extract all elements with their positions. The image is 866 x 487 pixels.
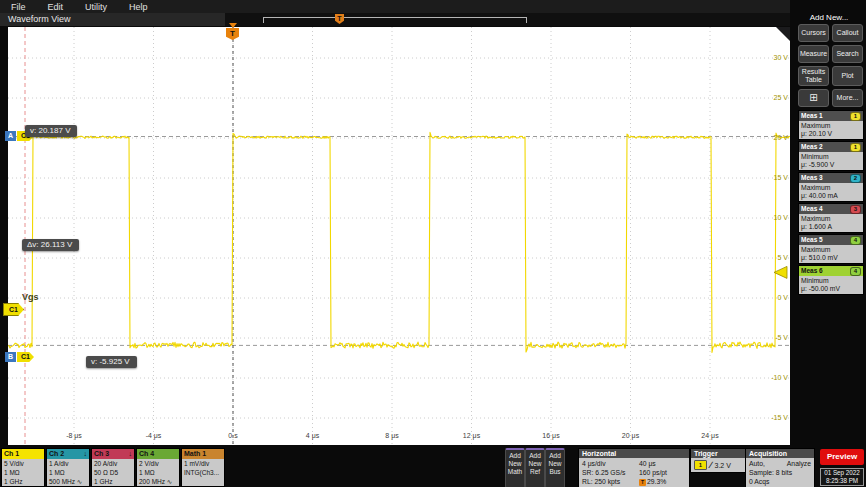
horizontal-value-left: SR: 6.25 GS/s: [582, 468, 639, 477]
meas-badge-body: Maximumμ: 40.00 mA: [799, 183, 863, 201]
meas-badge-3[interactable]: Meas 32Maximumμ: 40.00 mA: [798, 172, 864, 202]
record-view-window[interactable]: [263, 17, 527, 23]
meas-badge-name: Meas 2: [801, 142, 823, 152]
datetime-display[interactable]: 01 Sep 2022 8:25:38 PM: [820, 468, 864, 486]
tab-waveform-view[interactable]: Waveform View: [8, 14, 71, 24]
channel-setting: 1 MΩ: [4, 468, 42, 477]
meas-badge-header: Meas 32: [799, 173, 863, 183]
voltage-tick-label: 0 V: [777, 294, 788, 301]
meas-badge-name: Meas 6: [801, 266, 823, 276]
meas-badge-body: Maximumμ: 20.10 V: [799, 121, 863, 139]
horizontal-value-text: 160 ps/pt: [639, 469, 667, 476]
channel-badge-ch3[interactable]: Ch 3↓20 A/div50 Ω D51 GHz: [91, 448, 135, 487]
trigger-badge[interactable]: Trigger 1 ∕ 3.2 V: [690, 448, 750, 473]
channel-badge-ch1[interactable]: Ch 15 V/div1 MΩ1 GHz: [1, 448, 45, 487]
acquisition-badge[interactable]: Acquisition Auto, Analyze Sample: 8 bits…: [745, 448, 815, 487]
channel-name: Math 1: [184, 449, 206, 459]
menu-bar: FileEditUtilityHelp: [0, 0, 790, 13]
source-chip: 2: [850, 174, 861, 183]
channel-badge-ch4[interactable]: Ch 42 V/div1 MΩ200 MHz ∿: [136, 448, 180, 487]
acquisition-badge-title: Acquisition: [746, 449, 814, 458]
menu-item-file[interactable]: File: [0, 2, 37, 12]
channel-name: Ch 1: [4, 449, 19, 459]
trigger-position-icon: T: [639, 479, 646, 486]
source-chip: 1: [850, 143, 861, 152]
trigger-position-arrow-icon[interactable]: [229, 23, 237, 28]
horizontal-row: 4 μs/div40 μs: [582, 459, 686, 468]
time-text: 8:25:38 PM: [821, 477, 863, 485]
horizontal-value-right: T29.3%: [639, 477, 686, 486]
channel-setting: 500 MHz ∿: [49, 477, 87, 486]
menu-item-edit[interactable]: Edit: [37, 2, 75, 12]
meas-badge-2[interactable]: Meas 21Minimumμ: -5.900 V: [798, 141, 864, 171]
channel-badge-body: 5 V/div1 MΩ1 GHz: [2, 459, 44, 486]
add-new-ref-button[interactable]: AddNewRef: [525, 448, 545, 487]
horizontal-row: RL: 250 kptsT29.3%: [582, 477, 686, 486]
more-button[interactable]: More...: [832, 89, 863, 107]
add-button-line: Bus: [546, 468, 564, 476]
meas-badge-name: Meas 3: [801, 173, 823, 183]
voltage-tick-label: 30 V: [774, 54, 788, 61]
menu-item-help[interactable]: Help: [118, 2, 159, 12]
callout-button[interactable]: Callout: [832, 24, 863, 42]
meas-badge-1[interactable]: Meas 11Maximumμ: 20.10 V: [798, 110, 864, 140]
acquisition-mode: Auto,: [749, 459, 765, 468]
horizontal-badge-title: Horizontal: [579, 449, 689, 458]
measure-button[interactable]: Measure: [798, 45, 829, 63]
meas-badge-name: Meas 4: [801, 204, 823, 214]
add-new-math-button[interactable]: AddNewMath: [505, 448, 525, 487]
time-tick-label: 12 μs: [463, 432, 480, 439]
cursor-a-marker[interactable]: A: [5, 131, 16, 141]
meas-badge-4[interactable]: Meas 43Maximumμ: 1.600 A: [798, 203, 864, 233]
voltage-tick-label: -15 V: [771, 414, 788, 421]
waveform-graticule[interactable]: T A C1 B C1 C1 v: 20.187 V Δv: 26.113 V …: [8, 27, 790, 445]
channel-badge-body: 1 A/div1 MΩ500 MHz ∿: [47, 459, 89, 486]
record-view-ruler[interactable]: T: [225, 13, 790, 26]
channel-badge-header: Ch 4: [137, 449, 179, 459]
trigger-source-chip: 1: [694, 460, 707, 470]
cursors-button[interactable]: Cursors: [798, 24, 829, 42]
source-chip: 3: [850, 205, 861, 214]
meas-badge-body: Maximumμ: 510.0 mV: [799, 245, 863, 263]
horizontal-badge[interactable]: Horizontal 4 μs/div40 μsSR: 6.25 GS/s160…: [578, 448, 690, 487]
voltage-tick-label: 5 V: [777, 254, 788, 261]
channel-badge-ch2[interactable]: Ch 2↓1 A/div1 MΩ500 MHz ∿: [46, 448, 90, 487]
channel-badge-math1[interactable]: Math 11 mV/divINTG(Ch3...: [181, 448, 225, 487]
add-new-bus-button[interactable]: AddNewBus: [545, 448, 565, 487]
meas-stat-label: Minimum: [801, 277, 861, 285]
cursor-b-marker[interactable]: B: [5, 352, 16, 362]
voltage-tick-label: -10 V: [771, 374, 788, 381]
add-button-line: Add: [526, 452, 544, 460]
voltage-tick-label: 20 V: [774, 134, 788, 141]
menu-item-utility[interactable]: Utility: [74, 2, 118, 12]
acquisition-count: 0 Acqs: [749, 477, 811, 486]
plot-button[interactable]: Plot: [832, 66, 863, 86]
voltage-tick-label: -5 V: [775, 334, 788, 341]
waveform-canvas[interactable]: [8, 27, 790, 445]
trigger-badge-body: 1 ∕ 3.2 V: [691, 458, 749, 472]
channel-badge-header: Math 1: [182, 449, 224, 459]
channel-badges: Ch 15 V/div1 MΩ1 GHzCh 2↓1 A/div1 MΩ500 …: [1, 448, 225, 487]
channel-badge-header: Ch 2↓: [47, 449, 89, 459]
time-tick-label: 16 μs: [542, 432, 559, 439]
search-button[interactable]: Search: [832, 45, 863, 63]
vgs-callout[interactable]: Vgs: [22, 292, 39, 302]
meas-mean-value: μ: -50.00 mV: [801, 285, 861, 293]
add-button-line: New: [526, 460, 544, 468]
rising-edge-icon: ∕: [710, 460, 712, 470]
channel-setting: 5 V/div: [4, 459, 42, 468]
horizontal-value-text: 40 μs: [639, 460, 656, 467]
meas-badge-header: Meas 43: [799, 204, 863, 214]
horizontal-badge-body: 4 μs/div40 μsSR: 6.25 GS/s160 ps/ptRL: 2…: [579, 458, 689, 487]
zoom-button[interactable]: ⊞: [798, 89, 829, 107]
channel-name: Ch 2: [49, 449, 64, 459]
meas-badge-5[interactable]: Meas 54Maximumμ: 510.0 mV: [798, 234, 864, 264]
channel-setting: 20 A/div: [94, 459, 132, 468]
graticule-corner-handle[interactable]: [776, 27, 790, 41]
meas-mean-value: μ: 510.0 mV: [801, 254, 861, 262]
tab-bar: Waveform View T: [0, 13, 790, 26]
preview-button[interactable]: Preview: [820, 449, 864, 465]
results-table-button[interactable]: Results Table: [798, 66, 829, 86]
meas-badge-6[interactable]: Meas 64Minimumμ: -50.00 mV: [798, 265, 864, 295]
meas-mean-value: μ: -5.900 V: [801, 161, 861, 169]
